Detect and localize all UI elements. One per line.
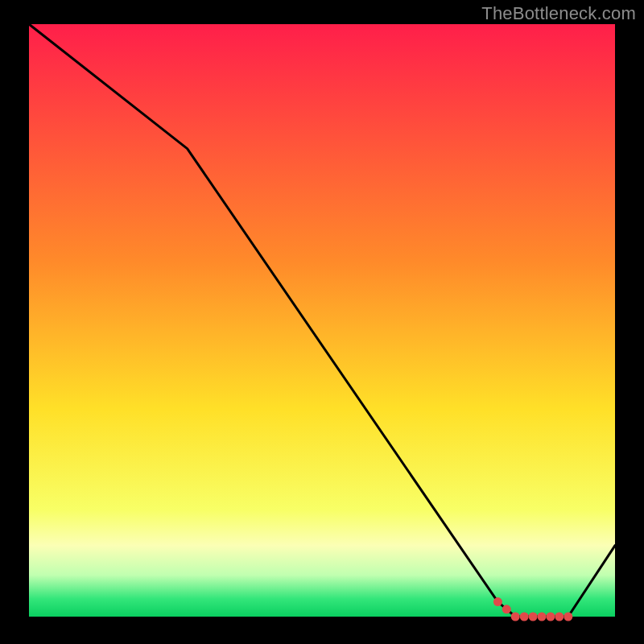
chart-frame: TheBottleneck.com [0,0,644,644]
marker-dot [502,605,511,613]
plot-background [29,24,615,617]
marker-dot [546,613,555,621]
marker-dot [538,613,547,621]
marker-dot [555,613,564,621]
marker-dot [520,613,529,621]
watermark-text: TheBottleneck.com [481,3,636,24]
marker-dot [493,597,502,606]
bottleneck-chart [0,0,644,644]
marker-dot [511,613,520,621]
marker-dot [529,613,538,621]
marker-dot [564,613,572,621]
